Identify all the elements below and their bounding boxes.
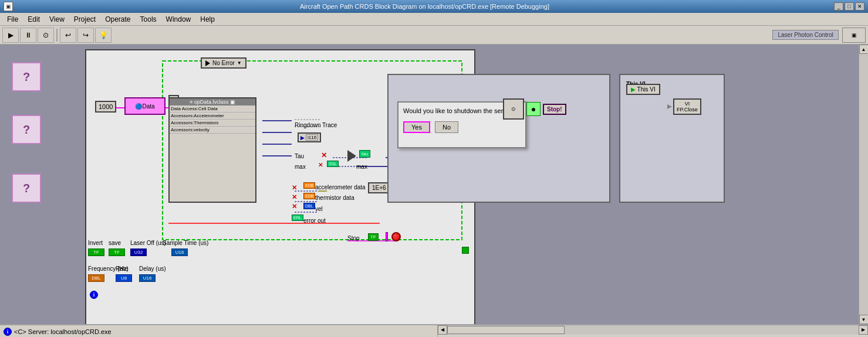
cube-3: ? [12,173,41,203]
opdata-block: ≡ opData.lvclass ▣ Data Access:Cell Data… [168,97,256,203]
shutdown-area: Would you like to shutdown the server? Y… [387,74,610,203]
menu-project[interactable]: Project [69,14,100,25]
status-text: <C> Server: localhost/opCRD.exe [14,328,112,335]
menu-file[interactable]: File [2,14,23,25]
yes-button[interactable]: Yes [403,121,430,133]
save-tf-control[interactable]: TF [109,249,125,256]
bottom-area: i <C> Server: localhost/opCRD.exe ◀ ▶ [0,324,868,337]
scrollbar-right: ▲ ▼ [859,45,868,324]
no-error-arrow [205,60,210,66]
info-icon[interactable]: i [90,291,98,299]
max-label: max [295,164,306,170]
no-button[interactable]: No [435,121,458,133]
canvas-area[interactable]: ? ? ? [0,45,859,324]
opdata-title: ≡ opData.lvclass ▣ [170,98,255,105]
maximize-button[interactable]: □ [845,2,854,11]
menu-window[interactable]: Window [161,14,196,25]
opdata-row-2[interactable]: Accessors:Accelerometer [170,113,255,120]
no-error-indicator: No Error ▼ [201,57,246,69]
stop-vi-icon: ⊙ [503,98,524,120]
error-indicator: ERL [292,215,303,221]
sample-time-label: Sample Time (us) [163,240,208,246]
hscroll-track[interactable] [447,325,859,335]
invert-tf-control[interactable]: TF [88,249,104,256]
scroll-track[interactable] [859,54,869,315]
menu-view[interactable]: View [45,14,69,25]
menu-tools[interactable]: Tools [136,14,161,25]
tau-x-marker: ✕ [321,151,327,159]
opdata-row-1[interactable]: Data Access:Cell Data [170,105,255,113]
minimize-button[interactable]: _ [834,2,843,11]
therm-indicator: EDB [303,193,315,199]
menu-edit[interactable]: Edit [23,14,45,25]
toolbar: ▶ ⏸ ⊙ ↩ ↪ 💡 Laser Photon Control ▣ [0,26,868,45]
constant-1e6: 1E+6 [368,182,390,193]
undo-button[interactable]: ↩ [60,28,76,43]
accel-data-label: accelerometer data [315,184,366,190]
delay-u16-control[interactable]: U16 [139,274,156,282]
debug-controls: ▣ [842,28,866,43]
status-bar: i <C> Server: localhost/opCRD.exe [0,325,438,337]
stop-label-in-diagram: Stop [347,235,360,241]
tau-label: Tau [295,153,304,159]
fp-close-box: VI FP.Close [673,98,701,115]
laser-off-label: Laser Off (us) [130,240,166,246]
tau-out-indicator: tau [359,150,370,158]
main-area: ? ? ? [0,45,868,324]
accel-x1: ✕ [292,184,297,192]
fp-close-arrow [667,104,672,109]
app-icon: ▣ [4,2,13,11]
this-vi-label: This VI [637,86,656,93]
accel-x2: ✕ [292,193,297,201]
menu-operate[interactable]: Operate [100,14,135,25]
menu-help[interactable]: Help [195,14,219,25]
rate-label: Rate [116,265,128,272]
constant-1000: 1000 [95,101,116,113]
fp-close-sub-label: FP.Close [677,107,698,113]
stop-wire-segment [386,232,388,241]
redo-button[interactable]: ↪ [77,28,94,43]
dialog-buttons: Yes No [398,119,525,135]
highlight-button[interactable]: 💡 [95,28,112,43]
rate-u8-control[interactable]: U8 [116,274,132,282]
frequency-dbl-control[interactable]: DBL [88,274,104,282]
tau-divider [347,150,356,162]
laser-off-u32-control[interactable]: U32 [130,249,147,256]
run-button[interactable]: ▶ [2,28,19,43]
scroll-down-button[interactable]: ▼ [859,315,869,324]
remote-debug-indicator: Laser Photon Control [772,30,839,40]
max-x-marker: ✕ [318,162,323,168]
cube-2: ? [12,115,41,144]
hscroll-left-button[interactable]: ◀ [438,325,447,335]
max-sgl-indicator: SGL [327,161,339,167]
vel-indicator: DBL [303,203,315,209]
horizontal-scrollbar[interactable]: ◀ ▶ [438,325,868,334]
no-error-dropdown[interactable]: ▼ [237,60,242,66]
stop-vi-area: ⊙ ● Stop! [503,98,566,120]
close-button[interactable]: ✕ [855,2,864,11]
scroll-up-button[interactable]: ▲ [859,45,869,54]
opdata-row-3[interactable]: Accessors:Thermistors [170,120,255,127]
cube-1: ? [12,62,41,91]
pause-button[interactable]: ⏸ [20,28,36,43]
hscroll-right-button[interactable]: ▶ [859,325,868,335]
fp-close-area: VI FP.Close [667,98,701,115]
hscroll-thumb[interactable] [447,326,565,334]
opdata-row-4[interactable]: Accessors:velocity [170,127,255,134]
title-bar: ▣ Aircraft Open Path CRDS Block Diagram … [0,0,868,13]
menu-bar: File Edit View Project Operate Tools Win… [0,13,868,26]
delay-label: Delay (us) [139,265,166,272]
error-out-label: error out [303,217,326,224]
data-block-label: Data [142,103,154,110]
stop-tf-indicator: TF [368,233,379,241]
vel-label: vel [315,206,323,212]
data-block: 🔵 Data [124,97,166,115]
no-error-text: No Error [212,60,235,66]
this-vi-box: ▶ This VI [626,84,660,95]
window-title: Aircraft Open Path CRDS Block Diagram on… [15,3,834,10]
status-info-icon: i [4,328,12,336]
sample-time-u16-control[interactable]: U16 [171,249,188,256]
abort-button[interactable]: ⊙ [38,28,54,43]
therm-data-label: thermistor data [315,195,354,201]
window-controls: _ □ ✕ [834,2,864,11]
